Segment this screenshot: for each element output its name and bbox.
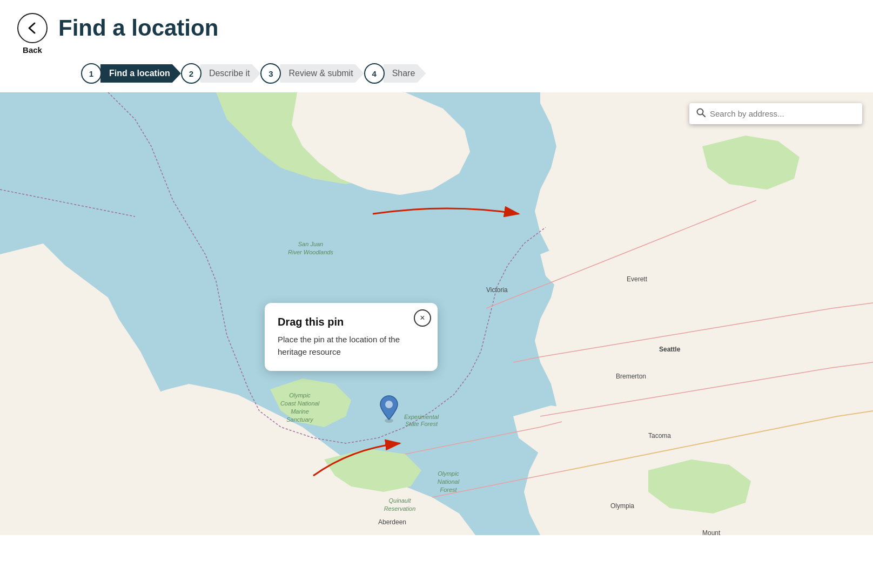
svg-text:Olympic: Olympic xyxy=(438,470,459,477)
pin-arrow xyxy=(308,427,416,481)
svg-text:Everett: Everett xyxy=(627,275,648,283)
svg-line-25 xyxy=(703,114,706,117)
step-3[interactable]: 3 Review & submit xyxy=(260,63,364,84)
back-button[interactable]: Back xyxy=(17,13,48,55)
header: Back Find a location xyxy=(0,0,873,63)
svg-text:Mount: Mount xyxy=(702,529,721,535)
search-icon xyxy=(696,107,706,120)
search-box[interactable] xyxy=(689,103,862,124)
stepper: 1 Find a location 2 Describe it 3 Review… xyxy=(0,63,873,92)
step-2-badge: 2 xyxy=(181,63,202,84)
svg-text:Forest: Forest xyxy=(440,486,457,493)
svg-text:Bremerton: Bremerton xyxy=(616,373,646,380)
popup-title: Drag this pin xyxy=(278,316,422,328)
step-4[interactable]: 4 Share xyxy=(364,63,426,84)
svg-text:Victoria: Victoria xyxy=(486,286,508,294)
svg-text:Olympic: Olympic xyxy=(289,392,311,398)
svg-text:National: National xyxy=(438,478,460,485)
svg-text:Seattle: Seattle xyxy=(659,346,681,353)
svg-point-27 xyxy=(385,401,393,408)
step-1[interactable]: 1 Find a location xyxy=(81,63,181,84)
svg-text:Aberdeen: Aberdeen xyxy=(378,518,406,526)
step-3-label: Review & submit xyxy=(280,64,364,83)
svg-text:Olympia: Olympia xyxy=(610,502,634,510)
map-pin[interactable] xyxy=(378,395,400,425)
svg-text:Quinault: Quinault xyxy=(389,497,412,504)
svg-text:River Woodlands: River Woodlands xyxy=(288,249,333,255)
step-1-badge: 1 xyxy=(81,63,102,84)
svg-text:Reservation: Reservation xyxy=(384,505,416,512)
svg-text:San Juan: San Juan xyxy=(298,241,323,247)
svg-text:Coast National: Coast National xyxy=(280,400,320,407)
popup-close-button[interactable]: × xyxy=(414,309,431,327)
svg-text:Sanctuary: Sanctuary xyxy=(286,416,314,423)
step-1-label: Find a location xyxy=(100,64,181,83)
back-label: Back xyxy=(23,45,42,55)
step-4-badge: 4 xyxy=(364,63,385,84)
back-circle xyxy=(17,13,48,43)
page-title: Find a location xyxy=(58,15,218,41)
step-2[interactable]: 2 Describe it xyxy=(181,63,261,84)
search-arrow xyxy=(367,198,529,230)
drag-pin-popup: × Drag this pin Place the pin at the loc… xyxy=(265,303,438,371)
svg-text:Tacoma: Tacoma xyxy=(648,432,671,440)
step-3-badge: 3 xyxy=(260,63,281,84)
search-input[interactable] xyxy=(710,109,856,118)
svg-text:State Forest: State Forest xyxy=(405,421,438,427)
map-container[interactable]: San Juan River Woodlands Victoria Olympi… xyxy=(0,92,873,535)
step-4-label: Share xyxy=(384,64,426,83)
svg-text:Marine: Marine xyxy=(291,408,309,415)
svg-text:Experimental: Experimental xyxy=(404,414,439,420)
popup-description: Place the pin at the location of the her… xyxy=(278,334,422,358)
step-2-label: Describe it xyxy=(200,64,261,83)
